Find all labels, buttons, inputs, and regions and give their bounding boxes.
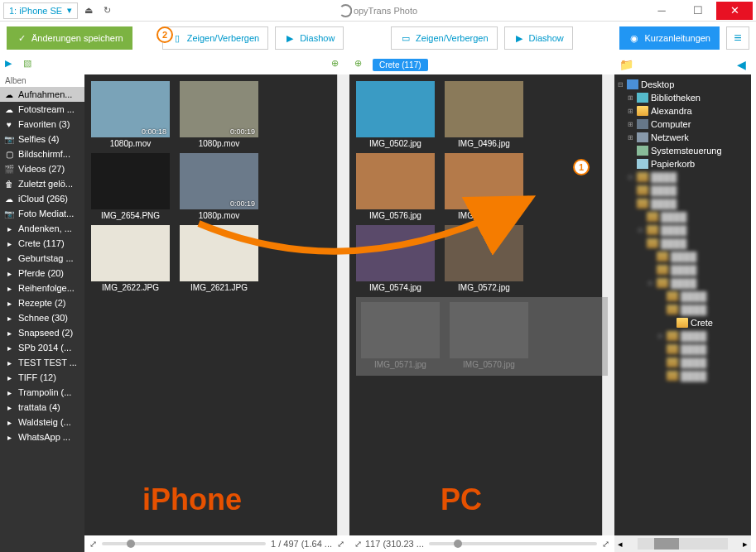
tree-item[interactable]: ████ [616,290,749,303]
tree-item[interactable]: ████ [616,237,749,250]
album-item[interactable]: ▸Rezepte (2) [0,295,84,310]
album-item[interactable]: ▸Trampolin (... [0,385,84,400]
eject-icon[interactable]: ⏏ [81,3,96,18]
left-slideshow-button[interactable]: ▶ Diashow [275,26,344,50]
add-icon[interactable]: ⊕ [354,58,368,71]
tree-item[interactable]: ⊟████ [616,170,749,184]
tree-item[interactable]: Papierkorb [616,157,749,170]
album-item[interactable]: ▸Geburtstag ... [0,251,84,266]
thumbnail[interactable]: IMG_2622.JPG [91,225,170,294]
expand-icon[interactable]: ⊞ [626,121,634,128]
thumbnail[interactable]: IMG_2621.JPG [180,225,258,294]
right-thumbnail-grid[interactable]: IMG_0502.jpgIMG_0496.jpgIMG_0576.jpgIMG_… [349,74,614,535]
folder-icon[interactable]: 📁 [619,58,633,71]
tree-item[interactable]: ████ [616,356,749,369]
thumbnail-pending[interactable]: IMG_0570.jpg [450,302,528,371]
thumbnail-pending[interactable]: IMG_0571.jpg [361,302,440,371]
collapse-icon[interactable]: ◀ [737,58,746,71]
tree-item[interactable]: ████ [616,184,749,197]
thumbnail[interactable]: 0:00:191080p.mov [180,81,258,150]
album-item[interactable]: ▸WhatsApp ... [0,430,84,444]
album-item[interactable]: 📷Selfies (4) [0,132,84,146]
album-item[interactable]: ▸Andenken, ... [0,221,84,236]
right-show-hide-button[interactable]: ▭ Zeigen/Verbergen [391,26,497,50]
device-selector[interactable]: 1: iPhone SE ▾ [3,2,78,19]
album-item[interactable]: 📷Foto Mediat... [0,206,84,221]
album-item[interactable]: ▸Schnee (30) [0,310,84,325]
left-show-hide-button[interactable]: ▯ Zeigen/Verbergen [162,26,268,50]
add-icon[interactable]: ⊕ [331,58,344,71]
tree-item[interactable]: ⊞Computer [616,118,749,131]
album-item[interactable]: ☁iCloud (266) [0,191,84,206]
album-item[interactable]: ☁Aufnahmen... [0,87,84,102]
album-item[interactable]: ▸TIFF (12) [0,370,84,385]
album-item[interactable]: ▸Crete (117) [0,236,84,251]
tree-item[interactable]: ⊞Netzwerk [616,131,749,144]
expand-icon[interactable]: ⊞ [626,108,634,115]
tree-item[interactable]: Systemsteuerung [616,144,749,157]
maximize-button[interactable]: ☐ [680,2,716,20]
album-item[interactable]: ▸SPb 2014 (... [0,340,84,355]
folder-tag[interactable]: Crete (117) [373,59,428,71]
tree-item[interactable]: ⊟Desktop [616,78,749,91]
thumbnail[interactable]: IMG_0576.jpg [356,153,435,222]
expand-icon[interactable]: ⊞ [626,94,634,102]
tree-item[interactable]: ⊟████ [616,329,749,343]
album-item[interactable]: ▸TEST TEST ... [0,355,84,370]
tree-item[interactable]: ████ [616,250,749,263]
play-icon[interactable]: ▶ [5,58,18,71]
album-item[interactable]: ▢Bildschirmf... [0,146,84,161]
thumbnail[interactable]: IMG_0574.jpg [356,225,435,294]
image-icon[interactable]: ▧ [23,58,36,71]
scroll-left-icon[interactable]: ◂ [614,539,626,550]
thumbnail[interactable]: IMG_0572.jpg [445,225,523,294]
album-item[interactable]: ▸Pferde (20) [0,266,84,281]
tree-item[interactable]: ████ [616,197,749,210]
close-button[interactable]: ✕ [716,2,753,20]
save-button[interactable]: ✓ Änderungen speichern [7,26,132,50]
album-item[interactable]: ☁Fotostream ... [0,102,84,117]
album-item[interactable]: 🗑Zuletzt gelö... [0,176,84,191]
expand-icon[interactable]: ⊟ [616,81,624,89]
zoom-slider[interactable] [102,542,266,545]
tree-item[interactable]: ⊞Bibliotheken [616,91,749,104]
album-item[interactable]: ♥Favoriten (3) [0,117,84,132]
expand-icon[interactable]: ⤢ [337,539,344,550]
album-item[interactable]: ▸Waldsteig (... [0,415,84,430]
tree-item[interactable]: ⊞Alexandra [616,104,749,118]
tree-item[interactable]: Crete [616,316,749,329]
album-label: Selfies (4) [18,134,60,144]
h-scrollbar[interactable] [638,538,728,550]
expand-icon[interactable]: ⤢ [602,539,609,550]
left-thumbnail-grid[interactable]: 0:00:181080p.mov0:00:191080p.movIMG_2654… [84,74,349,535]
menu-button[interactable]: ≡ [726,26,749,50]
album-item[interactable]: ▸Snapseed (2) [0,325,84,340]
tree-item[interactable]: ⊟████ [616,276,749,290]
tree-item[interactable]: ████ [616,263,749,276]
thumbnail[interactable]: 0:00:191080p.mov [180,153,258,222]
minimize-button[interactable]: ─ [643,2,680,20]
refresh-icon[interactable]: ↻ [99,3,114,18]
thumbnail[interactable]: IMG_0496.jpg [445,81,523,150]
thumbnail[interactable]: IMG_2654.PNG [91,153,170,222]
tree-item[interactable]: ████ [616,369,749,382]
expand-icon[interactable]: ⤢ [89,539,97,550]
scroll-right-icon[interactable]: ▸ [739,539,751,550]
thumbnail[interactable]: IMG_0502.jpg [356,81,435,150]
album-item[interactable]: 🎬Videos (27) [0,161,84,176]
zoom-slider[interactable] [429,542,597,545]
album-item[interactable]: ▸trattata (4) [0,400,84,415]
tree-item[interactable]: ████ [616,210,749,223]
tree-item[interactable]: ████ [616,343,749,356]
expand-icon[interactable]: ⊞ [626,134,634,142]
help-button[interactable]: ◉ Kurzanleitungen [619,26,720,50]
folder-tree[interactable]: ⊟Desktop⊞Bibliotheken⊞Alexandra⊞Computer… [614,74,751,535]
album-item[interactable]: ▸Reihenfolge... [0,281,84,295]
tree-item[interactable]: ⊟████ [616,223,749,237]
right-slideshow-button[interactable]: ▶ Diashow [504,26,573,50]
albums-list[interactable]: ☁Aufnahmen...☁Fotostream ...♥Favoriten (… [0,87,84,552]
thumbnail[interactable]: 0:00:181080p.mov [91,81,170,150]
expand-icon[interactable]: ⤢ [354,539,362,550]
thumbnail[interactable]: IMG_0575.jpg [445,153,523,222]
tree-item[interactable]: ████ [616,303,749,316]
